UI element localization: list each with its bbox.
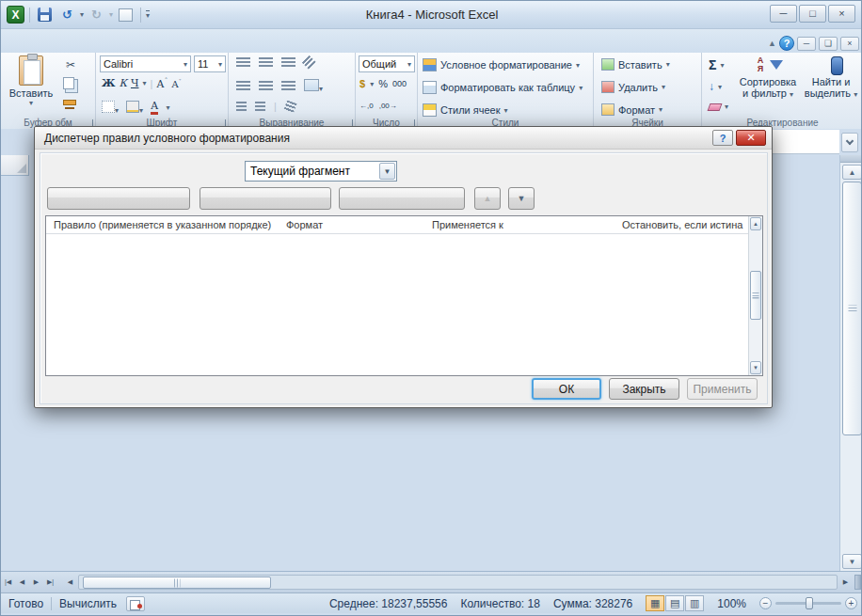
wrap-text-icon[interactable] [283,100,296,113]
rules-list-scrollbar[interactable]: ▲ ▼ [748,216,762,375]
italic-button[interactable]: К [119,77,127,89]
scroll-down-button[interactable]: ▼ [750,361,761,374]
percent-icon[interactable]: % [378,78,388,89]
format-painter-icon[interactable] [63,100,76,105]
font-name-combo[interactable]: Calibri▾ [100,55,191,72]
fill-color-icon[interactable]: ▾ [126,101,143,115]
select-all-corner[interactable] [1,155,29,176]
last-sheet-button[interactable]: ▶| [43,572,57,592]
align-top-icon[interactable] [236,57,250,68]
chevron-down-icon[interactable]: ▼ [379,163,395,180]
first-sheet-button[interactable]: |◀ [1,572,15,592]
font-size-combo[interactable]: 11▾ [194,55,226,72]
dialog-close-icon[interactable]: ✕ [736,130,766,146]
workbook-restore-button[interactable]: ❏ [819,37,838,51]
align-left-icon[interactable] [236,81,250,91]
tab-scroll-left-button[interactable]: ◀ [63,572,77,592]
insert-cells-button[interactable]: Вставить▾ [601,58,670,71]
move-rule-up-button[interactable]: ▲ [474,187,501,210]
copy-icon[interactable] [63,77,74,89]
expand-formula-bar-button[interactable] [841,133,858,152]
paste-dropdown-icon[interactable]: ▾ [8,99,54,107]
align-center-icon[interactable] [259,81,273,91]
scrollbar-thumb[interactable] [83,577,271,589]
decrease-indent-icon[interactable] [236,102,247,112]
font-color-icon[interactable]: А [151,100,158,115]
dialog-help-button[interactable]: ? [712,130,733,146]
workbook-minimize-button[interactable]: ─ [797,37,816,51]
decrease-font-icon[interactable]: Аˇ [171,78,182,89]
fill-button[interactable]: ↓▾ [709,80,722,93]
maximize-button[interactable]: □ [799,5,826,23]
find-select-button[interactable]: Найти ивыделить ▾ [802,56,860,99]
scrollbar-thumb[interactable] [842,182,862,435]
orientation-icon[interactable] [302,55,317,71]
ok-button[interactable]: ОК [532,378,601,400]
macro-record-button[interactable] [126,596,145,611]
zoom-thumb[interactable] [806,597,813,609]
vertical-scrollbar[interactable]: ▲ ▼ [839,155,862,571]
minimize-button[interactable]: ─ [770,5,797,23]
number-format-combo[interactable]: Общий▾ [359,55,415,72]
close-button[interactable]: × [828,5,855,23]
formula-bar[interactable] [773,130,839,154]
format-cells-button[interactable]: Формат▾ [601,103,662,116]
scroll-up-button[interactable]: ▲ [842,165,862,180]
scope-dropdown[interactable]: Текущий фрагмент ▼ [245,161,397,182]
delete-cells-button[interactable]: Удалить▾ [601,81,665,93]
bold-button[interactable]: Ж [102,77,115,89]
underline-dropdown-icon[interactable]: ▾ [142,79,146,87]
align-bottom-icon[interactable] [281,57,295,68]
minimize-ribbon-icon[interactable]: ▲ [768,39,776,48]
chevron-down-icon[interactable]: ▾ [218,60,222,69]
new-rule-button[interactable] [47,187,190,210]
delete-rule-button[interactable] [339,187,465,210]
zoom-track[interactable] [775,602,841,605]
zoom-in-button[interactable]: + [845,597,857,609]
close-button[interactable]: Закрыть [609,378,679,400]
zoom-out-button[interactable]: − [759,597,772,609]
split-handle[interactable] [840,155,862,163]
increase-decimal-icon[interactable]: ←,0 [359,102,374,110]
merge-center-icon[interactable]: ▾ [304,79,323,93]
move-rule-down-button[interactable]: ▼ [508,187,535,210]
normal-view-button[interactable]: ▦ [646,595,664,611]
tab-split-handle[interactable] [854,575,861,590]
underline-button[interactable]: Ч [131,77,139,89]
tab-scroll-right-button[interactable]: ▶ [838,572,853,592]
workbook-close-button[interactable]: × [840,37,859,51]
format-as-table-icon [423,81,437,94]
zoom-level[interactable]: 100% [717,597,746,610]
page-layout-view-button[interactable]: ▤ [665,595,684,611]
chevron-down-icon[interactable]: ▾ [184,60,187,69]
borders-icon[interactable]: ▾ [102,101,119,115]
cell-styles-button[interactable]: Стили ячеек▾ [423,103,508,117]
increase-font-icon[interactable]: Аˆ [156,77,168,90]
format-as-table-button[interactable]: Форматировать как таблицу▾ [423,81,583,94]
autosum-button[interactable]: Σ▾ [709,57,724,72]
scrollbar-thumb[interactable] [750,271,761,320]
thousands-icon[interactable]: 000 [392,79,407,88]
page-break-view-button[interactable]: ▥ [685,595,704,611]
scroll-up-button[interactable]: ▲ [750,217,761,230]
chevron-down-icon[interactable]: ▾ [407,60,411,69]
help-icon[interactable]: ? [779,36,794,51]
decrease-decimal-icon[interactable]: ,00→ [379,102,397,110]
align-right-icon[interactable] [281,81,295,91]
dialog-title-bar[interactable]: Диспетчер правил условного форматировани… [35,127,772,150]
horizontal-scrollbar[interactable] [78,575,838,590]
align-middle-icon[interactable] [259,57,273,68]
prev-sheet-button[interactable]: ◀ [15,572,29,592]
sort-filter-button[interactable]: АЯ Сортировкаи фильтр ▾ [738,56,798,99]
status-calculate[interactable]: Вычислить [59,597,117,610]
scroll-down-button[interactable]: ▼ [842,554,862,569]
cut-icon[interactable]: ✂ [61,56,80,73]
sheet-tab-bar: |◀ ◀ ▶ ▶| ◀ ▶ [1,571,862,592]
currency-icon[interactable]: $ [359,78,365,89]
paste-button[interactable]: Вставить ▾ [8,55,54,107]
clear-button[interactable]: ▾ [709,103,728,111]
increase-indent-icon[interactable] [255,102,265,112]
conditional-formatting-button[interactable]: Условное форматирование▾ [423,58,580,71]
next-sheet-button[interactable]: ▶ [29,572,43,592]
edit-rule-button[interactable] [200,187,331,210]
